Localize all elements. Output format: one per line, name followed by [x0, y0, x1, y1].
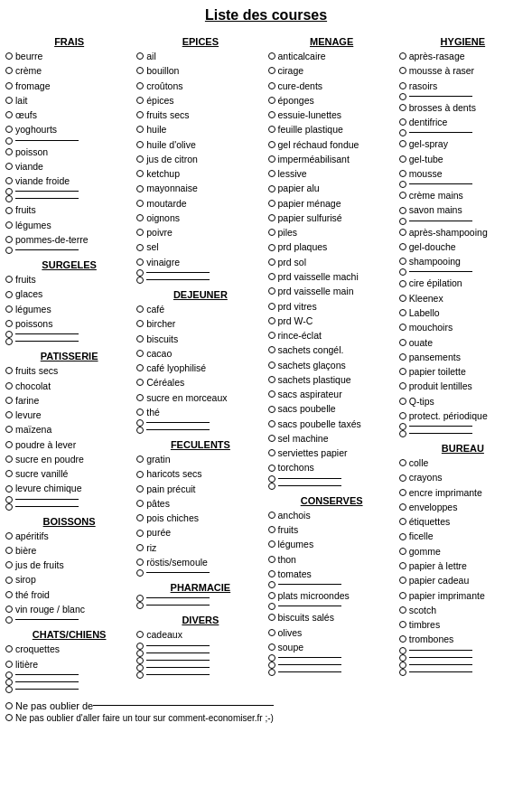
item-text: papier alu	[278, 181, 320, 195]
list-item: bière	[5, 543, 133, 558]
item-circle	[399, 430, 406, 437]
item-circle	[5, 671, 13, 679]
item-circle	[268, 273, 275, 280]
item-circle	[268, 317, 275, 324]
item-circle	[136, 500, 144, 507]
item-circle	[136, 379, 144, 386]
item-text: soupe	[278, 640, 304, 654]
list-item	[399, 93, 527, 100]
item-circle	[268, 406, 275, 413]
blank-line	[146, 667, 210, 668]
list-item: thé	[136, 405, 264, 419]
blank-line	[146, 422, 210, 423]
blank-line	[278, 606, 341, 606]
blank-line	[146, 429, 210, 430]
item-circle	[136, 559, 144, 566]
item-circle	[5, 111, 13, 118]
item-circle	[136, 170, 144, 177]
list-item: sachets plastique	[268, 372, 396, 387]
item-circle	[5, 276, 13, 283]
list-item: plats microondes	[268, 588, 396, 603]
item-circle	[268, 654, 275, 662]
list-item: maïzena	[5, 422, 133, 437]
item-circle	[136, 155, 144, 163]
item-text: litière	[15, 657, 38, 671]
item-circle	[399, 229, 406, 236]
item-text: Kleenex	[409, 291, 443, 305]
list-item: poivre	[136, 225, 264, 239]
item-text: sachets plastique	[278, 372, 351, 387]
list-item: gomme	[399, 544, 527, 559]
item-circle	[5, 547, 13, 554]
item-circle	[5, 470, 13, 477]
item-text: papier imprimante	[409, 588, 485, 603]
item-circle	[136, 214, 144, 221]
item-text: pommes-de-terre	[15, 232, 89, 247]
item-circle	[268, 475, 275, 483]
item-text: imperméabilisant	[278, 152, 350, 166]
section-title-0-0: FRAIS	[5, 36, 133, 47]
item-text: après-rasage	[409, 49, 465, 63]
list-item	[5, 188, 133, 195]
list-item: œufs	[5, 108, 133, 122]
item-circle	[268, 170, 275, 177]
item-circle	[136, 305, 144, 313]
main-columns: FRAISbeurrecrèmefromagelaitœufsyoghourts…	[5, 31, 527, 693]
list-item: oignons	[136, 211, 264, 225]
item-text: gomme	[409, 544, 441, 559]
item-circle	[5, 532, 13, 540]
list-item: mouchoirs	[399, 320, 527, 334]
blank-line	[409, 221, 472, 221]
list-item	[268, 483, 396, 490]
list-item: röstis/semoule	[136, 555, 264, 569]
item-circle	[399, 67, 406, 74]
blank-line	[278, 664, 341, 665]
item-text: crème mains	[409, 188, 463, 202]
item-circle	[399, 562, 406, 569]
list-item: apéritifs	[5, 529, 133, 543]
item-circle	[268, 303, 275, 310]
item-text: crème	[15, 63, 42, 78]
item-circle	[268, 556, 275, 563]
list-item: essuie-lunettes	[268, 108, 396, 122]
list-item: légumes	[5, 218, 133, 232]
footer-circle	[5, 702, 13, 709]
item-text: poisson	[15, 145, 48, 159]
item-text: oignons	[146, 211, 180, 225]
item-circle	[399, 474, 406, 482]
item-text: crayons	[409, 470, 443, 484]
list-item: thon	[268, 552, 396, 567]
list-item: savon mains	[399, 202, 527, 217]
list-item: sacs poubelle	[268, 401, 396, 416]
blank-line	[146, 597, 210, 598]
item-text: fruits	[278, 522, 299, 537]
item-circle	[5, 679, 13, 686]
item-circle	[136, 664, 144, 671]
list-item	[136, 269, 264, 277]
item-circle	[268, 483, 275, 490]
item-circle	[399, 548, 406, 555]
item-text: sacs poubelle	[278, 401, 336, 416]
list-item	[136, 277, 264, 284]
list-item: papier cadeau	[399, 573, 527, 587]
blank-line	[409, 433, 472, 434]
item-circle	[5, 382, 13, 390]
item-circle	[5, 411, 13, 418]
item-circle	[136, 455, 144, 463]
section-title-2-1: CONSERVES	[268, 495, 396, 506]
item-circle	[5, 455, 13, 463]
item-circle	[268, 82, 275, 89]
item-circle	[5, 177, 13, 184]
list-item: sel	[136, 239, 264, 254]
section-title-3-1: BUREAU	[399, 443, 527, 454]
item-circle	[136, 269, 144, 277]
list-item: pâtes	[136, 496, 264, 511]
list-item	[399, 654, 527, 662]
blank-line	[409, 664, 472, 665]
list-item: Labello	[399, 305, 527, 320]
item-text: bouillon	[146, 63, 179, 78]
list-item: café	[136, 302, 264, 316]
list-item: étiquettes	[399, 514, 527, 529]
list-item	[136, 595, 264, 602]
item-circle	[399, 669, 406, 676]
